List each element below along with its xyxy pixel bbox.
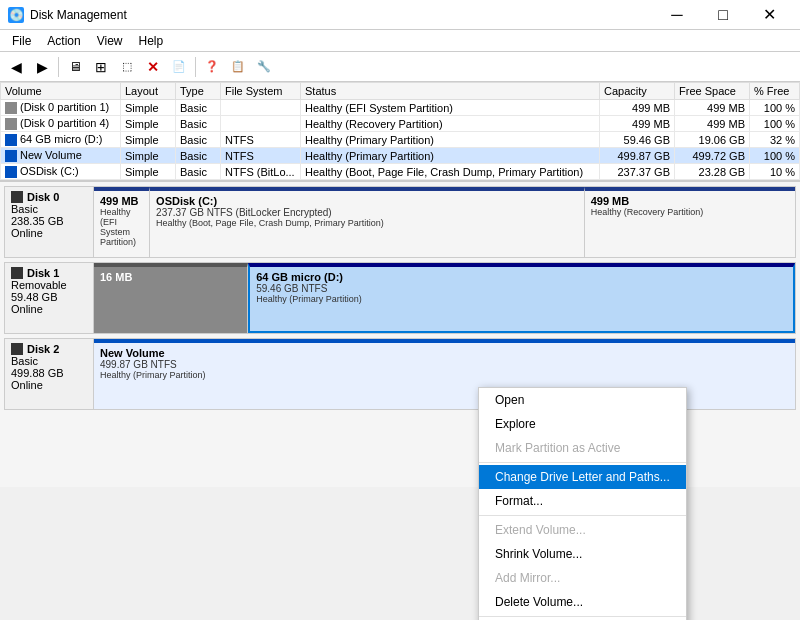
col-type: Type [176, 83, 221, 100]
context-menu-separator [479, 515, 686, 516]
context-menu-item-shrink-volume-[interactable]: Shrink Volume... [479, 542, 686, 566]
col-fs: File System [221, 83, 301, 100]
cell-volume: (Disk 0 partition 1) [1, 100, 121, 116]
cell-pct: 100 % [750, 148, 800, 164]
toolbar-rescan[interactable]: ⬚ [115, 56, 139, 78]
context-menu-item-mark-partition-as-active: Mark Partition as Active [479, 436, 686, 460]
partition-name: 16 MB [100, 271, 241, 283]
toolbar-separator-1 [58, 57, 59, 77]
cell-layout: Simple [121, 132, 176, 148]
cell-type: Basic [176, 148, 221, 164]
cell-layout: Simple [121, 116, 176, 132]
app-icon: 💿 [8, 7, 24, 23]
context-menu-separator [479, 462, 686, 463]
table-row[interactable]: (Disk 0 partition 1) Simple Basic Health… [1, 100, 800, 116]
toolbar-delete[interactable]: ✕ [141, 56, 165, 78]
context-menu-item-format-[interactable]: Format... [479, 489, 686, 513]
disk-type: Basic [11, 355, 87, 367]
disk-id: Disk 2 [11, 343, 87, 355]
cell-capacity: 499 MB [600, 116, 675, 132]
menu-action[interactable]: Action [39, 32, 88, 50]
partition[interactable]: 499 MBHealthy (Recovery Partition) [585, 187, 795, 257]
cell-free: 499 MB [675, 116, 750, 132]
cell-capacity: 59.46 GB [600, 132, 675, 148]
partition-name: 499 MB [591, 195, 789, 207]
table-row[interactable]: OSDisk (C:) Simple Basic NTFS (BitLo... … [1, 164, 800, 180]
col-volume: Volume [1, 83, 121, 100]
col-pct-free: % Free [750, 83, 800, 100]
context-menu-item-change-drive-letter-and-paths-[interactable]: Change Drive Letter and Paths... [479, 465, 686, 489]
toolbar-forward[interactable]: ▶ [30, 56, 54, 78]
partition-detail: Healthy (Boot, Page File, Crash Dump, Pr… [156, 218, 578, 228]
toolbar-help[interactable]: ❓ [200, 56, 224, 78]
cell-capacity: 499.87 GB [600, 148, 675, 164]
cell-layout: Simple [121, 148, 176, 164]
disk-info-disk-2: Disk 2 Basic 499.88 GB Online [4, 338, 94, 410]
close-button[interactable]: ✕ [746, 0, 792, 30]
toolbar-properties[interactable]: 🖥 [63, 56, 87, 78]
window-title: Disk Management [30, 8, 127, 22]
cell-free: 499.72 GB [675, 148, 750, 164]
disk-id: Disk 0 [11, 191, 87, 203]
disk-status: Online [11, 379, 87, 391]
main-content: Volume Layout Type File System Status Ca… [0, 82, 800, 620]
disk-size: 59.48 GB [11, 291, 87, 303]
partition[interactable]: OSDisk (C:)237.37 GB NTFS (BitLocker Enc… [150, 187, 585, 257]
partition-detail2: 59.46 GB NTFS [256, 283, 787, 294]
partition[interactable]: New Volume499.87 GB NTFSHealthy (Primary… [94, 339, 795, 409]
maximize-button[interactable]: □ [700, 0, 746, 30]
window-controls: ─ □ ✕ [654, 0, 792, 30]
menu-file[interactable]: File [4, 32, 39, 50]
title-bar: 💿 Disk Management ─ □ ✕ [0, 0, 800, 30]
menu-view[interactable]: View [89, 32, 131, 50]
col-capacity: Capacity [600, 83, 675, 100]
cell-type: Basic [176, 164, 221, 180]
toolbar-new[interactable]: 📄 [167, 56, 191, 78]
partition-detail: Healthy (Recovery Partition) [591, 207, 789, 217]
cell-volume: OSDisk (C:) [1, 164, 121, 180]
cell-status: Healthy (Recovery Partition) [301, 116, 600, 132]
cell-pct: 10 % [750, 164, 800, 180]
disk-partitions-disk-1: 16 MB64 GB micro (D:)59.46 GB NTFSHealth… [94, 262, 796, 334]
partition-detail: Healthy (EFI System Partition) [100, 207, 143, 247]
disk-type: Removable [11, 279, 87, 291]
cell-layout: Simple [121, 100, 176, 116]
toolbar-refresh[interactable]: ⊞ [89, 56, 113, 78]
context-menu-item-delete-volume-[interactable]: Delete Volume... [479, 590, 686, 614]
partition[interactable]: 16 MB [94, 263, 248, 333]
cell-free: 499 MB [675, 100, 750, 116]
partition-detail: Healthy (Primary Partition) [256, 294, 787, 304]
cell-volume: (Disk 0 partition 4) [1, 116, 121, 132]
cell-capacity: 499 MB [600, 100, 675, 116]
cell-volume: 64 GB micro (D:) [1, 132, 121, 148]
cell-fs: NTFS [221, 148, 301, 164]
toolbar-back[interactable]: ◀ [4, 56, 28, 78]
disk-size: 499.88 GB [11, 367, 87, 379]
minimize-button[interactable]: ─ [654, 0, 700, 30]
context-menu-item-extend-volume-: Extend Volume... [479, 518, 686, 542]
toolbar-extra2[interactable]: 🔧 [252, 56, 276, 78]
col-status: Status [301, 83, 600, 100]
partition-detail: Healthy (Primary Partition) [100, 370, 789, 380]
disk-row-disk-0: Disk 0 Basic 238.35 GB Online 499 MBHeal… [4, 186, 796, 258]
partition[interactable]: 499 MBHealthy (EFI System Partition) [94, 187, 150, 257]
partition-name: 64 GB micro (D:) [256, 271, 787, 283]
table-row[interactable]: (Disk 0 partition 4) Simple Basic Health… [1, 116, 800, 132]
toolbar-extra1[interactable]: 📋 [226, 56, 250, 78]
cell-status: Healthy (Primary Partition) [301, 132, 600, 148]
col-free-space: Free Space [675, 83, 750, 100]
context-menu-item-open[interactable]: Open [479, 388, 686, 412]
disk-status: Online [11, 303, 87, 315]
disk-partitions-disk-0: 499 MBHealthy (EFI System Partition)OSDi… [94, 186, 796, 258]
cell-fs: NTFS [221, 132, 301, 148]
disk-info-disk-1: Disk 1 Removable 59.48 GB Online [4, 262, 94, 334]
context-menu-item-add-mirror-: Add Mirror... [479, 566, 686, 590]
toolbar-separator-2 [195, 57, 196, 77]
partition[interactable]: 64 GB micro (D:)59.46 GB NTFSHealthy (Pr… [248, 263, 795, 333]
table-row[interactable]: 64 GB micro (D:) Simple Basic NTFS Healt… [1, 132, 800, 148]
menu-help[interactable]: Help [131, 32, 172, 50]
table-row[interactable]: New Volume Simple Basic NTFS Healthy (Pr… [1, 148, 800, 164]
context-menu-item-explore[interactable]: Explore [479, 412, 686, 436]
partition-name: OSDisk (C:) [156, 195, 578, 207]
cell-fs [221, 116, 301, 132]
